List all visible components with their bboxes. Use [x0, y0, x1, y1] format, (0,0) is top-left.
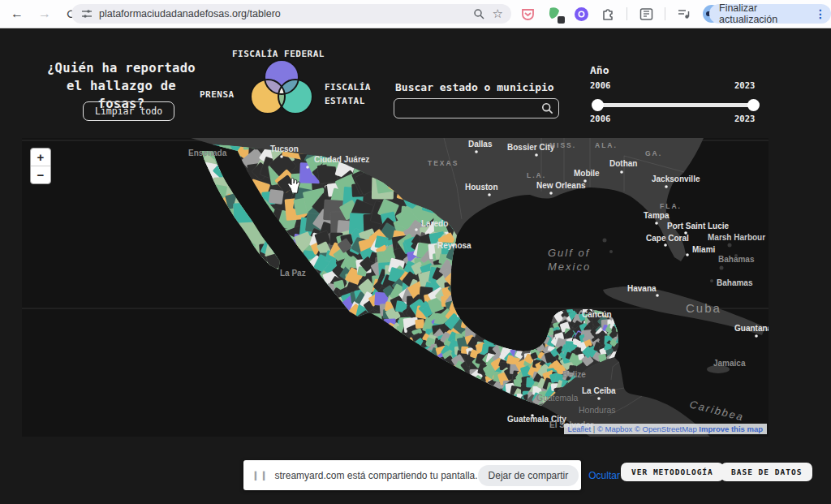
map-label: Reynosa: [437, 241, 471, 250]
city-dot: [488, 193, 491, 196]
venn-estatal-label: FISCALÍA ESTATAL: [325, 82, 371, 106]
map-label: FLA.: [660, 202, 682, 210]
city-dot: [686, 253, 689, 256]
map-label: Cancún: [582, 310, 612, 319]
site-settings-icon[interactable]: [81, 8, 93, 19]
year-min-bottom: 2006: [590, 114, 610, 123]
map-label: Belize: [562, 370, 586, 379]
map-label: Cuba: [686, 301, 721, 315]
extension-badge: [558, 16, 565, 24]
map-label: Havana: [627, 284, 657, 293]
search-label: Buscar estado o municipio: [395, 81, 554, 93]
clear-all-button[interactable]: Limpiar todo: [83, 101, 174, 121]
adblock-extension-icon[interactable]: [546, 6, 562, 22]
search-url-icon[interactable]: [473, 8, 484, 19]
stop-sharing-button[interactable]: Dejar de compartir: [478, 465, 579, 486]
municipality-cell[interactable]: [269, 189, 284, 205]
map-label: Bahamas: [717, 278, 753, 287]
city-dot: [755, 334, 758, 338]
year-slider-handle-min[interactable]: [592, 99, 604, 111]
map-label: Bahamas: [718, 255, 755, 264]
venn-diagram[interactable]: [243, 50, 321, 127]
map-label: Marsh Harbour: [708, 233, 765, 242]
map-label: Ciudad Juárez: [314, 155, 369, 164]
map-label: ALA.: [595, 141, 618, 149]
map-label: TEXAS: [428, 159, 459, 167]
improve-map-link[interactable]: Improve this map: [699, 424, 763, 433]
map-label: Guatemala: [536, 393, 579, 403]
year-slider-handle-max[interactable]: [747, 99, 760, 111]
finish-update-button[interactable]: Finalizar actualización ⋮: [709, 4, 831, 24]
url-bar[interactable]: plataformaciudadanadefosas.org/tablero ☆: [71, 4, 511, 24]
city-dot: [535, 153, 538, 157]
sidebar-panel-icon[interactable]: [638, 6, 654, 22]
extensions-puzzle-icon[interactable]: [600, 6, 616, 22]
city-dot: [665, 185, 668, 188]
methodology-button[interactable]: VER METODOLOGÍA: [621, 463, 724, 481]
map-label: Miami: [692, 245, 716, 254]
map-label: La Paz: [280, 269, 306, 278]
map-label: GA.: [645, 149, 662, 157]
map-label: Jamaica: [713, 359, 746, 368]
zoom-out-button[interactable]: −: [31, 166, 50, 183]
hide-banner-link[interactable]: Ocultar: [588, 470, 620, 481]
map-label: New Orleans: [536, 181, 586, 190]
year-max-bottom: 2023: [734, 114, 755, 123]
map-label: Tampa: [644, 211, 670, 220]
city-dot: [597, 397, 601, 400]
dashboard-page: ¿Quién ha reportado el hallazgo de fosas…: [0, 28, 831, 504]
city-dot: [280, 155, 283, 158]
search-input[interactable]: [394, 103, 541, 114]
map-zoom-control: + −: [30, 148, 51, 184]
map-label: Port Saint Lucie: [667, 222, 730, 230]
back-icon[interactable]: ←: [6, 3, 28, 24]
city-dot: [608, 321, 611, 324]
map-label: Honduras: [579, 405, 616, 415]
map-label: Dallas: [468, 140, 493, 149]
mapbox-link[interactable]: © Mapbox: [597, 424, 632, 433]
map-label: La Ceiba: [582, 386, 616, 395]
city-dot: [415, 228, 418, 231]
map-label: Houston: [465, 183, 498, 192]
city-dot: [549, 192, 553, 195]
url-text: plataformaciudadanadefosas.org/tablero: [99, 8, 473, 19]
city-dot: [475, 150, 478, 153]
map-label: MISS.: [549, 141, 576, 149]
map-label: Dothan: [609, 159, 637, 168]
leaflet-link[interactable]: Leaflet: [568, 424, 592, 433]
year-max-top: 2023: [734, 80, 755, 90]
media-controls-icon[interactable]: [676, 6, 692, 22]
search-icon[interactable]: [541, 102, 553, 114]
screen-share-banner: ❙❙ streamyard.com está compartiendo tu p…: [243, 460, 581, 490]
purple-extension-icon[interactable]: [573, 6, 589, 22]
database-button[interactable]: BASE DE DATOS: [721, 463, 812, 481]
map-label: Guantana: [734, 324, 769, 333]
map-label: L.A.: [527, 171, 546, 179]
venn-prensa-label: PRENSA: [200, 89, 235, 100]
map-label: Ensenada: [188, 149, 227, 157]
pocket-extension-icon[interactable]: [519, 6, 536, 22]
water-label: Mexico: [548, 261, 591, 273]
screen-share-icon: ❙❙: [252, 470, 268, 480]
map-label: Laredo: [421, 219, 448, 228]
osm-link[interactable]: © OpenStreetMap: [635, 424, 697, 433]
zoom-in-button[interactable]: +: [31, 149, 50, 166]
city-dot: [306, 166, 309, 169]
year-slider-track[interactable]: [598, 103, 754, 107]
city-dot: [583, 179, 587, 183]
toolbar-divider: [665, 7, 665, 20]
toolbar-divider: [626, 7, 627, 20]
search-box[interactable]: [394, 98, 559, 118]
map[interactable]: TucsonCiudad JuárezDallasBossier CityHou…: [22, 138, 769, 437]
city-dot: [656, 294, 659, 297]
city-dot: [664, 243, 667, 247]
bookmark-star-icon[interactable]: ☆: [493, 6, 503, 21]
share-text: streamyard.com está compartiendo tu pant…: [274, 470, 477, 481]
browser-toolbar: ← → ⟳ plataformaciudadanadefosas.org/tab…: [0, 0, 831, 28]
map-label: Bossier City: [507, 143, 555, 152]
more-menu-icon[interactable]: ⋮: [815, 7, 826, 20]
year-label: Año: [590, 64, 609, 76]
year-min-top: 2006: [590, 80, 610, 90]
map-label: Mobile: [574, 169, 600, 178]
forward-icon[interactable]: →: [34, 3, 55, 24]
